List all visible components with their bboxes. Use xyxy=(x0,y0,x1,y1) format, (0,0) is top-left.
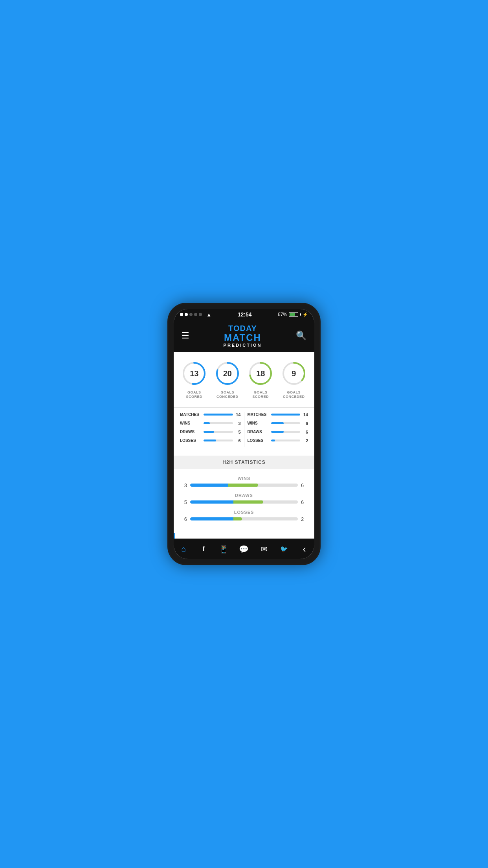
team2-losses-label: LOSSES xyxy=(248,438,269,443)
h2h-draws-bar-row: 5 6 xyxy=(180,499,308,505)
nav-back[interactable]: ‹ xyxy=(296,543,312,555)
h2h-draws-green-bar xyxy=(233,500,264,504)
h2h-losses-left-val: 6 xyxy=(180,516,187,522)
status-indicators: ▲ xyxy=(180,312,211,318)
signal-dot-2 xyxy=(185,313,188,316)
h2h-section: H2H STATISTICS xyxy=(174,456,314,469)
circle-value-4: 9 xyxy=(292,369,296,378)
h2h-draws-blue-bar xyxy=(190,500,233,504)
h2h-draws-left-val: 5 xyxy=(180,499,187,505)
search-icon[interactable]: 🔍 xyxy=(296,331,306,341)
h2h-draws-row: DRAWS 5 6 xyxy=(180,493,308,505)
h2h-wins-row: WINS 3 6 xyxy=(180,476,308,488)
stats-bars-section: MATCHES 14 WINS 3 DRAWS xyxy=(174,408,314,455)
separator-1 xyxy=(174,407,314,408)
circle-label-2: GOALSCONCEDED xyxy=(216,390,238,399)
h2h-wins-label: WINS xyxy=(180,476,308,481)
team1-losses-label: LOSSES xyxy=(180,438,201,443)
circle-label-4: GOALSCONCEDED xyxy=(283,390,305,399)
partial-section xyxy=(174,533,314,539)
signal-dot-4 xyxy=(194,313,197,316)
circle-container-1: 13 xyxy=(180,360,208,387)
team2-draws-bar xyxy=(271,431,284,433)
h2h-losses-green-bar xyxy=(233,517,242,520)
nav-facebook[interactable]: f xyxy=(196,543,212,555)
battery-pct: 67% xyxy=(278,312,287,317)
battery-icon xyxy=(289,312,298,317)
nav-whatsapp[interactable]: 💬 xyxy=(236,543,252,555)
team2-wins-bar-wrap xyxy=(271,422,301,424)
team1-wins-bar-wrap xyxy=(204,422,233,424)
h2h-losses-right-val: 2 xyxy=(301,516,308,522)
team2-losses-bar-wrap xyxy=(271,440,301,441)
team1-matches-row: MATCHES 14 xyxy=(180,412,241,417)
team1-losses-bar-wrap xyxy=(204,440,233,441)
team2-matches-value: 14 xyxy=(303,412,308,417)
h2h-wins-blue-bar xyxy=(190,484,228,487)
team2-losses-bar xyxy=(271,440,275,441)
team1-draws-bar xyxy=(204,431,214,433)
team1-wins-row: WINS 3 xyxy=(180,421,241,426)
stat-circle-4: 9 GOALSCONCEDED xyxy=(280,360,308,399)
h2h-wins-bar-wrap xyxy=(190,484,298,487)
team1-draws-bar-wrap xyxy=(204,431,233,433)
team2-matches-bar-wrap xyxy=(271,414,301,416)
circle-container-3: 18 xyxy=(247,360,274,387)
phone-device: ▲ 12:54 67% ⚡ ☰ TODAY MATCH PREDICTION 🔍 xyxy=(167,303,321,565)
battery-tip xyxy=(300,313,301,316)
stat-circle-3: 18 GOALSSCORED xyxy=(247,360,274,399)
signal-dot-1 xyxy=(180,313,183,316)
bottom-nav: ⌂ f 📱 💬 ✉ 🐦 ‹ xyxy=(174,539,314,559)
h2h-losses-bar-wrap xyxy=(190,517,298,520)
team1-losses-row: LOSSES 6 xyxy=(180,438,241,443)
h2h-losses-row: LOSSES 6 2 xyxy=(180,510,308,522)
team2-wins-value: 6 xyxy=(303,421,308,426)
battery-fill xyxy=(290,313,295,316)
nav-home[interactable]: ⌂ xyxy=(176,543,192,555)
team1-matches-bar-wrap xyxy=(204,414,233,416)
h2h-wins-bar-row: 3 6 xyxy=(180,482,308,488)
nav-messenger[interactable]: ✉ xyxy=(256,543,272,555)
circle-container-2: 20 xyxy=(214,360,241,387)
team1-wins-bar xyxy=(204,422,210,424)
team2-draws-row: DRAWS 6 xyxy=(248,430,308,434)
team2-wins-label: WINS xyxy=(248,421,269,425)
team2-draws-label: DRAWS xyxy=(248,430,269,434)
h2h-draws-label: DRAWS xyxy=(180,493,308,498)
team1-matches-bar xyxy=(204,414,233,416)
wifi-icon: ▲ xyxy=(206,312,211,318)
h2h-wins-left-val: 3 xyxy=(180,482,187,488)
team1-losses-bar xyxy=(204,440,216,441)
team1-draws-row: DRAWS 5 xyxy=(180,430,241,434)
team2-matches-bar xyxy=(271,414,301,416)
team2-wins-row: WINS 6 xyxy=(248,421,308,426)
team1-stats: MATCHES 14 WINS 3 DRAWS xyxy=(180,412,241,447)
team2-stats: MATCHES 14 WINS 6 DRAWS xyxy=(248,412,308,447)
team1-draws-value: 5 xyxy=(235,430,241,434)
h2h-losses-label: LOSSES xyxy=(180,510,308,515)
nav-phone[interactable]: 📱 xyxy=(216,543,232,555)
h2h-wins-green-bar xyxy=(228,484,258,487)
nav-twitter[interactable]: 🐦 xyxy=(276,543,292,555)
h2h-title: H2H STATISTICS xyxy=(178,460,310,465)
circles-section: 13 GOALSSCORED 20 GOALSCONCEDED xyxy=(174,352,314,407)
circle-label-3: GOALSSCORED xyxy=(252,390,269,399)
h2h-losses-blue-bar xyxy=(190,517,233,520)
h2h-wins-right-val: 6 xyxy=(301,482,308,488)
h2h-chart: WINS 3 6 DRAWS 5 xyxy=(174,470,314,533)
circle-value-1: 13 xyxy=(190,369,198,378)
stat-circle-1: 13 GOALSSCORED xyxy=(180,360,208,399)
menu-icon[interactable]: ☰ xyxy=(182,331,189,341)
h2h-draws-right-val: 6 xyxy=(301,499,308,505)
team1-wins-label: WINS xyxy=(180,421,201,425)
battery-area: 67% ⚡ xyxy=(278,312,308,317)
team2-draws-value: 6 xyxy=(303,430,308,434)
team1-matches-value: 14 xyxy=(235,412,241,417)
signal-dot-3 xyxy=(189,313,193,316)
team2-losses-row: LOSSES 2 xyxy=(248,438,308,443)
team1-wins-value: 3 xyxy=(235,421,241,426)
h2h-losses-bar-row: 6 2 xyxy=(180,516,308,522)
circle-container-4: 9 xyxy=(280,360,308,387)
team2-losses-value: 2 xyxy=(303,438,308,443)
team2-wins-bar xyxy=(271,422,284,424)
